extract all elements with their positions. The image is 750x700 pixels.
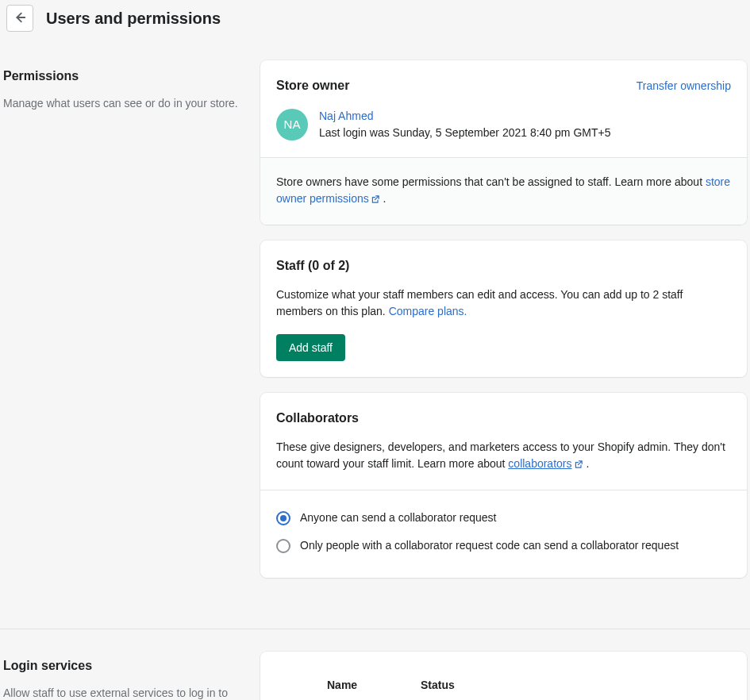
- radio-label: Only people with a collaborator request …: [300, 537, 679, 554]
- back-button[interactable]: [6, 5, 33, 32]
- store-owner-card: Store owner Transfer ownership NA Naj Ah…: [260, 60, 747, 225]
- permissions-heading: Permissions: [3, 67, 241, 86]
- login-services-heading: Login services: [3, 656, 241, 675]
- transfer-ownership-link[interactable]: Transfer ownership: [637, 78, 731, 94]
- page-title: Users and permissions: [43, 6, 221, 30]
- login-services-card: Name Status Google Google Apps Disabled:…: [260, 652, 747, 700]
- col-status-header: Status: [421, 677, 687, 694]
- avatar: NA: [276, 109, 308, 140]
- login-services-table: Name Status Google Google Apps Disabled:…: [276, 667, 731, 700]
- collaborators-card: Collaborators These give designers, deve…: [260, 393, 747, 578]
- collab-radio-code-only[interactable]: Only people with a collaborator request …: [276, 534, 731, 562]
- arrow-left-icon: [13, 10, 27, 27]
- owner-last-login: Last login was Sunday, 5 September 2021 …: [319, 125, 610, 141]
- staff-card: Staff (0 of 2) Customize what your staff…: [260, 240, 747, 377]
- staff-description: Customize what your staff members can ed…: [276, 287, 731, 320]
- store-owner-title: Store owner: [276, 76, 349, 95]
- external-link-icon: [574, 457, 583, 474]
- external-link-icon: [371, 192, 380, 209]
- owner-name-link[interactable]: Naj Ahmed: [319, 108, 610, 125]
- col-name-header: Name: [327, 677, 421, 694]
- collaborators-description: These give designers, developers, and ma…: [276, 439, 731, 474]
- collab-radio-anyone[interactable]: Anyone can send a collaborator request: [276, 506, 731, 534]
- collaborators-link[interactable]: collaborators: [508, 457, 583, 470]
- staff-title: Staff (0 of 2): [276, 256, 731, 275]
- radio-icon: [276, 511, 290, 525]
- store-owner-footer: Store owners have some permissions that …: [260, 157, 747, 225]
- radio-label: Anyone can send a collaborator request: [300, 510, 497, 526]
- add-staff-button[interactable]: Add staff: [276, 334, 345, 361]
- permissions-description: Manage what users can see or do in your …: [3, 95, 241, 112]
- radio-icon: [276, 539, 290, 553]
- collaborators-title: Collaborators: [276, 409, 731, 428]
- table-header: Name Status: [276, 667, 731, 700]
- compare-plans-link[interactable]: Compare plans.: [389, 305, 467, 317]
- store-owner-footer-text: Store owners have some permissions that …: [276, 175, 706, 188]
- login-services-description: Allow staff to use external services to …: [3, 685, 241, 700]
